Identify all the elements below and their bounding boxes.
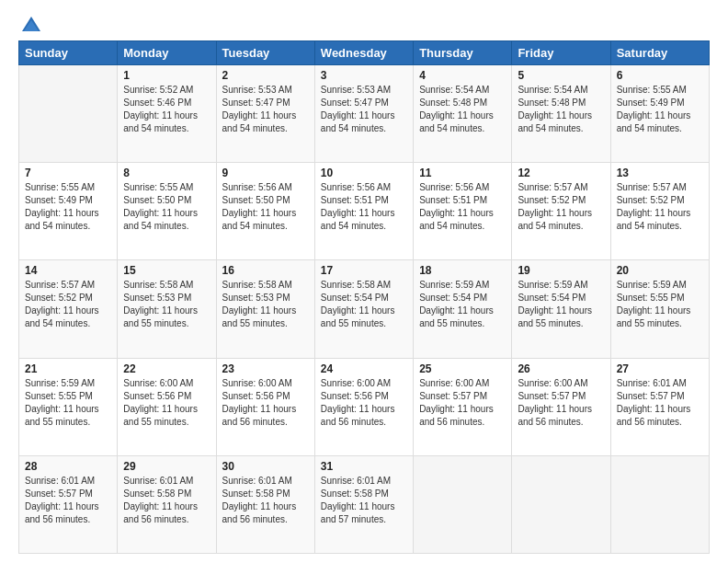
logo — [18, 15, 42, 33]
day-detail: Sunrise: 5:58 AMSunset: 5:53 PMDaylight:… — [222, 279, 309, 330]
calendar-week-row: 21Sunrise: 5:59 AMSunset: 5:55 PMDayligh… — [19, 358, 710, 455]
day-detail: Sunrise: 5:59 AMSunset: 5:55 PMDaylight:… — [617, 279, 703, 330]
day-number: 23 — [222, 362, 309, 375]
day-detail: Sunrise: 5:56 AMSunset: 5:51 PMDaylight:… — [419, 181, 506, 233]
weekday-header: Friday — [512, 41, 610, 65]
day-detail: Sunrise: 6:01 AMSunset: 5:57 PMDaylight:… — [617, 377, 703, 429]
day-number: 24 — [321, 362, 407, 375]
day-number: 18 — [419, 264, 506, 277]
day-number: 20 — [617, 264, 703, 277]
day-detail: Sunrise: 5:53 AMSunset: 5:47 PMDaylight:… — [321, 84, 407, 135]
calendar-day-cell: 1Sunrise: 5:52 AMSunset: 5:46 PMDaylight… — [118, 65, 216, 163]
day-detail: Sunrise: 6:00 AMSunset: 5:56 PMDaylight:… — [321, 377, 407, 429]
day-number: 19 — [518, 264, 604, 277]
calendar-day-cell: 28Sunrise: 6:01 AMSunset: 5:57 PMDayligh… — [19, 455, 118, 553]
day-detail: Sunrise: 6:01 AMSunset: 5:58 PMDaylight:… — [222, 475, 309, 526]
calendar-day-cell: 27Sunrise: 6:01 AMSunset: 5:57 PMDayligh… — [610, 358, 709, 455]
weekday-header: Monday — [118, 41, 216, 65]
day-number: 5 — [518, 69, 604, 82]
day-number: 4 — [419, 69, 506, 82]
calendar-day-cell: 12Sunrise: 5:57 AMSunset: 5:52 PMDayligh… — [512, 163, 610, 260]
day-detail: Sunrise: 5:59 AMSunset: 5:54 PMDaylight:… — [518, 279, 604, 330]
calendar-day-cell: 25Sunrise: 6:00 AMSunset: 5:57 PMDayligh… — [414, 358, 512, 455]
day-number: 13 — [617, 167, 703, 179]
day-detail: Sunrise: 5:54 AMSunset: 5:48 PMDaylight:… — [518, 84, 604, 135]
calendar-day-cell: 2Sunrise: 5:53 AMSunset: 5:47 PMDaylight… — [216, 65, 314, 163]
calendar-day-cell: 4Sunrise: 5:54 AMSunset: 5:48 PMDaylight… — [414, 65, 512, 163]
calendar-day-cell: 5Sunrise: 5:54 AMSunset: 5:48 PMDaylight… — [512, 65, 610, 163]
calendar-day-cell: 8Sunrise: 5:55 AMSunset: 5:50 PMDaylight… — [118, 163, 216, 260]
weekday-header: Thursday — [414, 41, 512, 65]
day-detail: Sunrise: 5:53 AMSunset: 5:47 PMDaylight:… — [222, 84, 309, 135]
calendar-week-row: 1Sunrise: 5:52 AMSunset: 5:46 PMDaylight… — [19, 65, 710, 163]
calendar-day-cell: 16Sunrise: 5:58 AMSunset: 5:53 PMDayligh… — [216, 260, 314, 358]
day-number: 8 — [123, 167, 210, 179]
day-number: 10 — [321, 167, 407, 179]
day-number: 14 — [25, 264, 111, 277]
day-detail: Sunrise: 6:00 AMSunset: 5:57 PMDaylight:… — [419, 377, 506, 429]
weekday-header: Wednesday — [314, 41, 413, 65]
calendar-day-cell: 7Sunrise: 5:55 AMSunset: 5:49 PMDaylight… — [19, 163, 118, 260]
day-detail: Sunrise: 5:58 AMSunset: 5:53 PMDaylight:… — [123, 279, 210, 330]
day-number: 1 — [123, 69, 210, 82]
day-number: 27 — [617, 362, 703, 375]
weekday-header: Saturday — [610, 41, 709, 65]
calendar-day-cell — [610, 455, 709, 553]
day-detail: Sunrise: 5:56 AMSunset: 5:50 PMDaylight:… — [222, 181, 309, 233]
day-detail: Sunrise: 5:55 AMSunset: 5:50 PMDaylight:… — [123, 181, 210, 233]
calendar-day-cell: 15Sunrise: 5:58 AMSunset: 5:53 PMDayligh… — [118, 260, 216, 358]
day-number: 21 — [25, 362, 111, 375]
weekday-header: Sunday — [19, 41, 118, 65]
day-number: 29 — [123, 460, 210, 473]
day-detail: Sunrise: 5:55 AMSunset: 5:49 PMDaylight:… — [25, 181, 111, 233]
day-detail: Sunrise: 5:56 AMSunset: 5:51 PMDaylight:… — [321, 181, 407, 233]
calendar-day-cell: 22Sunrise: 6:00 AMSunset: 5:56 PMDayligh… — [118, 358, 216, 455]
day-number: 15 — [123, 264, 210, 277]
calendar-day-cell: 13Sunrise: 5:57 AMSunset: 5:52 PMDayligh… — [610, 163, 709, 260]
day-number: 22 — [123, 362, 210, 375]
calendar-day-cell: 6Sunrise: 5:55 AMSunset: 5:49 PMDaylight… — [610, 65, 709, 163]
day-detail: Sunrise: 5:59 AMSunset: 5:55 PMDaylight:… — [25, 377, 111, 429]
calendar-day-cell — [414, 455, 512, 553]
day-number: 12 — [518, 167, 604, 179]
day-detail: Sunrise: 5:52 AMSunset: 5:46 PMDaylight:… — [123, 84, 210, 135]
day-number: 11 — [419, 167, 506, 179]
calendar-day-cell: 20Sunrise: 5:59 AMSunset: 5:55 PMDayligh… — [610, 260, 709, 358]
calendar-day-cell — [19, 65, 118, 163]
logo-icon — [20, 15, 42, 33]
calendar-day-cell: 17Sunrise: 5:58 AMSunset: 5:54 PMDayligh… — [314, 260, 413, 358]
calendar-day-cell: 19Sunrise: 5:59 AMSunset: 5:54 PMDayligh… — [512, 260, 610, 358]
day-detail: Sunrise: 5:54 AMSunset: 5:48 PMDaylight:… — [419, 84, 506, 135]
calendar-week-row: 28Sunrise: 6:01 AMSunset: 5:57 PMDayligh… — [19, 455, 710, 553]
day-number: 30 — [222, 460, 309, 473]
day-detail: Sunrise: 6:01 AMSunset: 5:57 PMDaylight:… — [25, 475, 111, 526]
day-detail: Sunrise: 6:00 AMSunset: 5:57 PMDaylight:… — [518, 377, 604, 429]
calendar-day-cell: 21Sunrise: 5:59 AMSunset: 5:55 PMDayligh… — [19, 358, 118, 455]
calendar-day-cell: 29Sunrise: 6:01 AMSunset: 5:58 PMDayligh… — [118, 455, 216, 553]
calendar-day-cell: 26Sunrise: 6:00 AMSunset: 5:57 PMDayligh… — [512, 358, 610, 455]
day-number: 6 — [617, 69, 703, 82]
calendar-week-row: 7Sunrise: 5:55 AMSunset: 5:49 PMDaylight… — [19, 163, 710, 260]
day-number: 25 — [419, 362, 506, 375]
page: SundayMondayTuesdayWednesdayThursdayFrid… — [0, 0, 728, 563]
calendar-day-cell: 18Sunrise: 5:59 AMSunset: 5:54 PMDayligh… — [414, 260, 512, 358]
calendar-day-cell: 23Sunrise: 6:00 AMSunset: 5:56 PMDayligh… — [216, 358, 314, 455]
calendar-day-cell: 14Sunrise: 5:57 AMSunset: 5:52 PMDayligh… — [19, 260, 118, 358]
calendar-table: SundayMondayTuesdayWednesdayThursdayFrid… — [18, 40, 710, 554]
day-number: 26 — [518, 362, 604, 375]
day-number: 31 — [321, 460, 407, 473]
day-number: 7 — [25, 167, 111, 179]
calendar-header-row: SundayMondayTuesdayWednesdayThursdayFrid… — [19, 41, 710, 65]
calendar-day-cell: 11Sunrise: 5:56 AMSunset: 5:51 PMDayligh… — [414, 163, 512, 260]
day-detail: Sunrise: 5:57 AMSunset: 5:52 PMDaylight:… — [25, 279, 111, 330]
day-number: 17 — [321, 264, 407, 277]
day-detail: Sunrise: 6:00 AMSunset: 5:56 PMDaylight:… — [222, 377, 309, 429]
calendar-day-cell: 24Sunrise: 6:00 AMSunset: 5:56 PMDayligh… — [314, 358, 413, 455]
calendar-day-cell: 31Sunrise: 6:01 AMSunset: 5:58 PMDayligh… — [314, 455, 413, 553]
day-detail: Sunrise: 5:58 AMSunset: 5:54 PMDaylight:… — [321, 279, 407, 330]
day-detail: Sunrise: 6:00 AMSunset: 5:56 PMDaylight:… — [123, 377, 210, 429]
calendar-day-cell: 10Sunrise: 5:56 AMSunset: 5:51 PMDayligh… — [314, 163, 413, 260]
calendar-week-row: 14Sunrise: 5:57 AMSunset: 5:52 PMDayligh… — [19, 260, 710, 358]
day-number: 2 — [222, 69, 309, 82]
weekday-header: Tuesday — [216, 41, 314, 65]
